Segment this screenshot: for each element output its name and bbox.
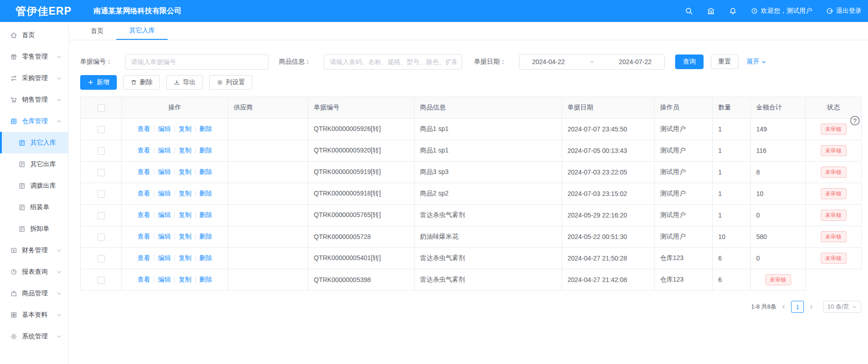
document-icon xyxy=(18,225,26,232)
product-input[interactable] xyxy=(324,54,462,70)
search-icon[interactable] xyxy=(685,7,693,15)
row-checkbox[interactable] xyxy=(98,190,105,198)
select-all-checkbox[interactable] xyxy=(98,104,105,112)
edit-link[interactable]: 编辑 xyxy=(158,254,171,261)
sidebar-item-warehouse[interactable]: 仓库管理 xyxy=(0,110,68,132)
product-cell: 雷达杀虫气雾剂 xyxy=(415,205,562,226)
date-cell: 2024-07-03 23:22:05 xyxy=(562,162,655,183)
bill-no-cell: QTRK00000005765[转] xyxy=(308,205,415,226)
document-icon xyxy=(18,182,26,189)
delete-link[interactable]: 删除 xyxy=(199,254,212,261)
delete-button[interactable]: 删除 xyxy=(123,75,160,90)
view-link[interactable]: 查看 xyxy=(137,125,150,132)
page-size-select[interactable]: 10 条/页 xyxy=(823,301,861,313)
welcome-user[interactable]: 欢迎您，测试用户 xyxy=(751,7,812,15)
view-link[interactable]: 查看 xyxy=(137,190,150,197)
sidebar-subitem-transfer-outbound[interactable]: 调拨出库 xyxy=(0,175,68,196)
next-page-button[interactable] xyxy=(808,304,814,310)
logout-button[interactable]: 退出登录 xyxy=(826,7,862,15)
edit-link[interactable]: 编辑 xyxy=(158,147,171,154)
tab-other-inbound[interactable]: 其它入库 xyxy=(116,22,168,40)
sidebar-item-home[interactable]: 首页 xyxy=(0,24,68,46)
copy-link[interactable]: 复制 xyxy=(179,211,191,218)
copy-link[interactable]: 复制 xyxy=(179,254,191,261)
edit-link[interactable]: 编辑 xyxy=(158,125,171,132)
edit-link[interactable]: 编辑 xyxy=(158,233,171,240)
download-icon xyxy=(174,79,180,86)
supplier-cell xyxy=(228,162,308,183)
search-button[interactable]: 查询 xyxy=(675,54,704,69)
expand-link[interactable]: 展开 xyxy=(747,58,766,66)
edit-link[interactable]: 编辑 xyxy=(158,276,171,283)
view-link[interactable]: 查看 xyxy=(137,276,150,283)
date-start-value[interactable]: 2024-04-22 xyxy=(532,58,565,65)
qty-cell: 1 xyxy=(713,183,751,205)
date-cell: 2024-05-29 22:16:20 xyxy=(562,205,655,226)
date-cell: 2024-07-07 23:45:50 xyxy=(562,119,655,140)
sidebar-item-system[interactable]: 系统管理 xyxy=(0,326,68,347)
sidebar-item-reports[interactable]: 报表查询 xyxy=(0,261,68,283)
sidebar-subitem-other-outbound[interactable]: 其它出库 xyxy=(0,153,68,175)
edit-link[interactable]: 编辑 xyxy=(158,168,171,175)
sidebar-item-basedata[interactable]: 基本资料 xyxy=(0,304,68,326)
delete-link[interactable]: 删除 xyxy=(199,168,212,175)
bank-icon[interactable] xyxy=(707,7,715,15)
view-link[interactable]: 查看 xyxy=(137,254,150,261)
row-checkbox[interactable] xyxy=(98,212,105,219)
tab-home[interactable]: 首页 xyxy=(78,22,116,40)
edit-link[interactable]: 编辑 xyxy=(158,211,171,218)
row-checkbox[interactable] xyxy=(98,147,105,155)
sidebar-item-finance[interactable]: 财务管理 xyxy=(0,239,68,261)
supplier-cell xyxy=(228,119,308,140)
bill-no-input[interactable] xyxy=(125,54,268,70)
operator-cell: 测试用户 xyxy=(655,205,713,226)
delete-link[interactable]: 删除 xyxy=(199,125,212,132)
sidebar-subitem-disassembly[interactable]: 拆卸单 xyxy=(0,218,68,239)
bell-icon[interactable] xyxy=(729,7,737,15)
view-link[interactable]: 查看 xyxy=(137,211,150,218)
row-checkbox[interactable] xyxy=(98,255,105,262)
copy-link[interactable]: 复制 xyxy=(179,233,191,240)
delete-link[interactable]: 删除 xyxy=(199,211,212,218)
top-bar: 管伊佳ERP 南通某某网络科技有限公司 欢迎您，测试用户 退出登录 xyxy=(0,0,868,22)
copy-link[interactable]: 复制 xyxy=(179,190,191,197)
sidebar-subitem-assembly[interactable]: 组装单 xyxy=(0,196,68,218)
row-checkbox[interactable] xyxy=(98,126,105,133)
sidebar-item-goods[interactable]: 商品管理 xyxy=(0,283,68,304)
copy-link[interactable]: 复制 xyxy=(179,276,191,283)
view-link[interactable]: 查看 xyxy=(137,168,150,175)
sidebar-item-retail[interactable]: 零售管理 xyxy=(0,46,68,67)
col-date: 单据日期 xyxy=(562,97,655,119)
edit-link[interactable]: 编辑 xyxy=(158,190,171,197)
add-button[interactable]: 新增 xyxy=(80,75,117,90)
chevron-down-icon xyxy=(56,269,62,275)
table-row: 查看编辑复制删除 QTRK00000005919[转] 商品3 sp3 2024… xyxy=(81,162,862,183)
sidebar-item-purchase[interactable]: 采购管理 xyxy=(0,67,68,89)
date-range-picker[interactable]: 2024-04-22 ~ 2024-07-22 xyxy=(519,54,665,70)
row-checkbox[interactable] xyxy=(98,277,105,284)
delete-link[interactable]: 删除 xyxy=(199,276,212,283)
delete-link[interactable]: 删除 xyxy=(199,233,212,240)
sidebar-item-sales[interactable]: 销售管理 xyxy=(0,89,68,110)
delete-link[interactable]: 删除 xyxy=(199,190,212,197)
reset-button[interactable]: 重置 xyxy=(711,54,738,69)
view-link[interactable]: 查看 xyxy=(137,233,150,240)
view-link[interactable]: 查看 xyxy=(137,147,150,154)
copy-link[interactable]: 复制 xyxy=(179,168,191,175)
row-checkbox[interactable] xyxy=(98,234,105,241)
row-checkbox[interactable] xyxy=(98,169,105,176)
gift-icon xyxy=(10,53,17,60)
help-icon[interactable]: ? xyxy=(850,116,860,125)
sidebar-subitem-other-inbound[interactable]: 其它入库 xyxy=(0,132,68,153)
copy-link[interactable]: 复制 xyxy=(179,147,191,154)
chevron-down-icon xyxy=(56,334,62,339)
col-operator: 操作员 xyxy=(655,97,713,119)
export-button[interactable]: 导出 xyxy=(166,75,203,90)
main-area: 首页 其它入库 单据编号： 商品信息： 单据日期： 2024-04-22 ~ 2… xyxy=(69,22,868,364)
page-number-button[interactable]: 1 xyxy=(791,301,804,313)
delete-link[interactable]: 删除 xyxy=(199,147,212,154)
date-end-value[interactable]: 2024-07-22 xyxy=(619,58,652,65)
prev-page-button[interactable] xyxy=(781,304,786,310)
copy-link[interactable]: 复制 xyxy=(179,125,191,132)
column-settings-button[interactable]: 列设置 xyxy=(209,75,252,90)
